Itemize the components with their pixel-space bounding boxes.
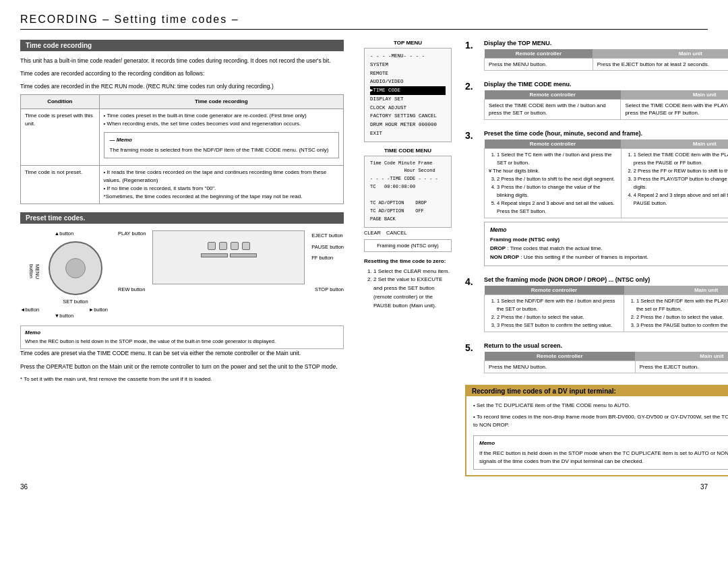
step3-main-th: Main unit [621,139,728,149]
recording-cell1: • Time codes preset in the built-in time… [99,109,343,166]
step3-main-steps: 1 Select the TIME CODE item with the PLA… [621,148,728,218]
diagram-area: ▲button MENUbutton SET button [20,230,344,319]
memo-small-text: When the REC button is held down in the … [25,338,276,344]
step2-row: 2. Display the TIME CODE menu. Remote co… [465,81,728,123]
step2-main-text: Select the TIME CODE item with the PLAY/… [621,100,728,119]
drop-label: DROP [490,245,506,251]
left-column: Time code recording This unit has a buil… [20,40,344,476]
step5-content: Return to the usual screen. Remote contr… [484,342,728,377]
page-numbers: 36 37 [20,483,708,491]
step1-content: Display the TOP MENU. Remote controller … [484,40,728,74]
preset-text1: Time codes are preset via the TIME CODE … [20,349,344,358]
page-right: 37 [700,483,708,491]
drop-text: : Time codes that match the actual time. [507,245,602,251]
step1-main-text: Press the EJECT button for at least 2 se… [593,59,728,71]
resetting-title: Resetting the time code to zero: [364,257,452,266]
non-drop-text: : Use this setting if the number of fram… [520,254,648,260]
step3-number: 3. [465,130,477,141]
step4-remote-th: Remote controller [485,286,624,295]
button-up-label: ▲button [55,230,73,237]
cancel-label: CANCEL [386,230,406,236]
page-title: RECORDING – Setting time codes – [20,13,708,30]
framing-label: Framing mode (NTSC only) [490,237,559,243]
framing-box: Framing mode (NTSC only) [364,239,452,252]
step1-main-th: Main unit [593,49,728,59]
table-row: Time code is preset with this unit. • Ti… [21,109,344,166]
step1-row: 1. Display the TOP MENU. Remote controll… [465,40,728,74]
step5-table: Remote controller Main unit Press the ME… [484,352,728,373]
timecode-menu-label: TIME CODE MENU [364,148,452,154]
intro-text3: Time codes are recorded in the REC RUN m… [20,82,344,91]
step5-remote-th: Remote controller [485,352,636,361]
dv-section-title: Recording time codes of a DV input termi… [466,386,728,396]
non-drop-label: NON DROP [490,254,519,260]
resetting-step1: 1 Select the CLEAR menu item. [373,268,452,276]
dv-section: Recording time codes of a DV input termi… [465,385,728,476]
step5-row: 5. Return to the usual screen. Remote co… [465,342,728,377]
step5-main-th: Main unit [635,352,728,361]
step4-number: 4. [465,276,477,287]
step3-row: 3. Preset the time code (hour, minute, s… [465,130,728,270]
step1-header: Display the TOP MENU. [484,40,728,46]
step3-remote-steps: 1 Select the TC item with the / button a… [485,148,621,218]
step4-remote-steps: 1 Select the NDF/DF item with the / butt… [485,294,624,332]
step1-remote-th: Remote controller [485,49,593,59]
ff-button-label: FF button [311,253,344,264]
dv-bullet1: • Set the TC DUPLICATE item of the TIME … [473,402,728,410]
step5-remote-text: Press the MENU button. [485,361,636,373]
section2-header: Preset time codes. [20,212,344,224]
step3-header: Preset the time code (hour, minute, seco… [484,130,728,137]
button-left-label: ◄button [20,307,39,313]
set-button-label: SET button [63,299,88,305]
pause-button-label: PAUSE button [311,242,344,253]
step2-remote-text: Select the TIME CODE item with the / but… [485,100,621,119]
dv-bullet2: • To record time codes in the non-drop f… [473,413,728,431]
steps-detail: 1. Display the TOP MENU. Remote controll… [465,40,728,476]
page-left: 36 [20,483,28,491]
play-button-label: PLAY button [118,230,146,237]
step4-table: Remote controller Main unit 1 Select the… [484,286,728,332]
recording-cell2: • It reads the time codes recorded on th… [99,166,343,204]
main-unit-diagram: PLAY button [118,230,344,292]
steps-area: TOP MENU - - - -MENU- - - - SYSTEM REMOT… [364,40,452,476]
step2-number: 2. [465,81,477,92]
intro-text1: This unit has a built-in time code reade… [20,57,344,65]
step3-remote-th: Remote controller [485,139,621,149]
step2-content: Display the TIME CODE menu. Remote contr… [484,81,728,123]
button-right-label: ►button [89,307,108,313]
top-menu-label: TOP MENU [364,40,452,46]
dv-memo-text: If the REC button is held down in the ST… [479,450,728,464]
eject-button-label: EJECT button [311,230,344,242]
stop-button-label: STOP button [315,286,344,292]
step4-main-th: Main unit [624,286,729,295]
memo-small-box: Memo When the REC button is held down in… [20,325,344,349]
memo-drop-box: Memo Framing mode (NTSC only) DROP : Tim… [484,222,728,266]
top-menu-box: - - - -MENU- - - - SYSTEM REMOTE AUDIO/V… [364,48,452,142]
step3-table: Remote controller Main unit 1 Select the… [484,139,728,218]
memo-inline: — Memo The framing mode is selected from… [104,132,339,158]
step4-main-steps: 1 Select the NDF/DF item with the PLAY/S… [624,294,729,332]
resetting-box: Resetting the time code to zero: 1 Selec… [364,257,452,311]
rew-button-label: REW button [118,286,145,292]
intro-text2: Time codes are recorded according to the… [20,69,344,78]
right-two-col: TOP MENU - - - -MENU- - - - SYSTEM REMOT… [364,40,728,476]
condition-cell2: Time code is not preset. [21,166,100,204]
right-column: TOP MENU - - - -MENU- - - - SYSTEM REMOT… [364,40,728,476]
step2-header: Display the TIME CODE menu. [484,81,728,88]
preset-text3: * To set it with the main unit, first re… [20,375,344,384]
timecode-menu-box: Time Code Minute Frame Hour Second - - -… [364,156,452,228]
step2-table: Remote controller Main unit Select the T… [484,90,728,119]
step4-content: Set the framing mode (NON DROP / DROP) .… [484,276,728,336]
step1-number: 1. [465,40,477,51]
col-recording: Time code recording [99,95,343,109]
remote-circle-diagram [49,241,102,295]
col-condition: Condition [21,95,100,109]
step4-header: Set the framing mode (NON DROP / DROP) .… [484,276,728,283]
clear-label: CLEAR [364,230,381,236]
step5-header: Return to the usual screen. [484,342,728,349]
step3-content: Preset the time code (hour, minute, seco… [484,130,728,270]
step2-main-th: Main unit [621,90,728,100]
resetting-step2: 2 Set the value to EXECUTE and press the… [373,276,452,310]
condition-table: Condition Time code recording Time code … [20,94,344,204]
step5-main-text: Press the EJECT button. [635,361,728,373]
